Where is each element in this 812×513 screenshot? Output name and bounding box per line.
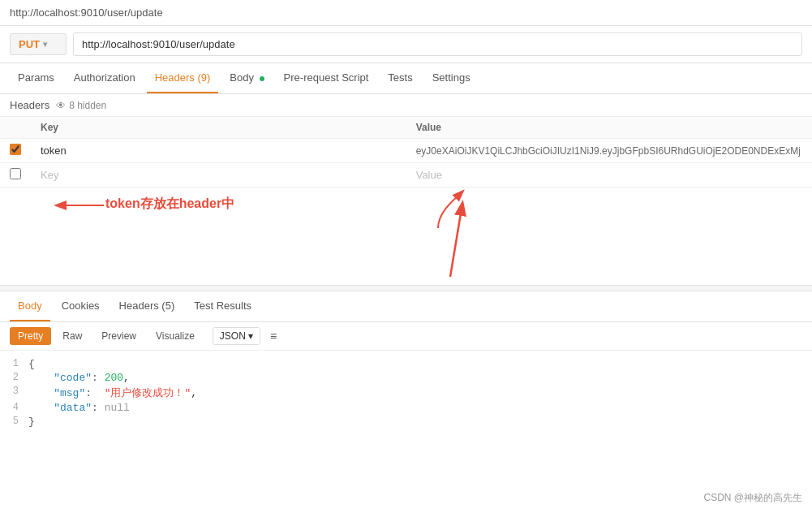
key-column-header: Key (31, 117, 406, 139)
wrap-lines-icon[interactable]: ≡ (270, 330, 277, 343)
code-line-4: 4 "data": null (0, 401, 812, 415)
row-checkbox[interactable] (10, 144, 21, 155)
format-bar: Pretty Raw Preview Visualize JSON ▾ ≡ (0, 322, 812, 351)
key-cell: token (31, 139, 406, 163)
eye-icon: 👁 (56, 100, 66, 111)
table-row-empty: Key Value (0, 163, 812, 188)
line-num-2: 2 (0, 372, 28, 383)
tab-tests[interactable]: Tests (380, 63, 420, 93)
line-num-5: 5 (0, 416, 28, 427)
line-num-3: 3 (0, 386, 28, 397)
tab-settings[interactable]: Settings (424, 63, 479, 93)
method-select[interactable]: PUT ▾ (10, 33, 67, 55)
visualize-button[interactable]: Visualize (148, 327, 203, 345)
empty-key-cell[interactable]: Key (31, 163, 406, 188)
value-cell: eyJ0eXAiOiJKV1QiLCJhbGciOiJIUzI1NiJ9.eyJ… (406, 139, 812, 163)
tab-pre-request[interactable]: Pre-request Script (276, 63, 377, 93)
annotation-area: token存放在header中 (0, 188, 812, 285)
tab-params[interactable]: Params (10, 63, 62, 93)
value-column-header: Value (406, 117, 812, 139)
tab-headers[interactable]: Headers (9) (147, 63, 219, 93)
response-tabs: Body Cookies Headers (5) Test Results (0, 291, 812, 322)
headers-section: Headers 👁 8 hidden Key Value token (0, 94, 812, 285)
line-num-4: 4 (0, 402, 28, 413)
top-url-bar: http://localhost:9010/user/update (0, 0, 812, 26)
value-placeholder: Value (416, 169, 442, 181)
response-tab-cookies[interactable]: Cookies (54, 291, 108, 321)
request-tabs: Params Authorization Headers (9) Body Pr… (0, 63, 812, 94)
body-dot (260, 76, 264, 81)
token-key-value: token (41, 144, 67, 157)
checkbox-header (0, 117, 31, 139)
line-content-4: "data": null (28, 402, 130, 414)
request-line: PUT ▾ (0, 26, 812, 63)
section-divider (0, 285, 812, 291)
code-line-2: 2 "code": 200, (0, 371, 812, 385)
raw-button[interactable]: Raw (54, 327, 90, 345)
method-label: PUT (19, 38, 40, 50)
json-label: JSON (220, 330, 246, 342)
row-checkbox-cell (0, 139, 31, 163)
line-content-2: "code": 200, (28, 372, 130, 384)
tab-body[interactable]: Body (221, 63, 272, 93)
line-content-3: "msg": "用户修改成功！", (28, 386, 197, 400)
empty-row-checkbox[interactable] (10, 168, 21, 179)
empty-value-cell[interactable]: Value (406, 163, 812, 188)
hidden-badge: 👁 8 hidden (56, 100, 106, 111)
response-tab-body[interactable]: Body (10, 291, 50, 321)
token-value-text: eyJ0eXAiOiJKV1QiLCJhbGciOiJIUzI1NiJ9.eyJ… (416, 145, 801, 157)
hidden-count: 8 hidden (69, 100, 106, 111)
code-area: 1 { 2 "code": 200, 3 "msg": "用户修改成功！", 4… (0, 351, 812, 435)
url-input[interactable] (73, 32, 802, 56)
response-tab-headers[interactable]: Headers (5) (111, 291, 183, 321)
top-url-text: http://localhost:9010/user/update (10, 6, 163, 19)
svg-line-2 (450, 204, 462, 277)
code-line-3: 3 "msg": "用户修改成功！", (0, 385, 812, 401)
preview-button[interactable]: Preview (93, 327, 144, 345)
line-content-1: { (28, 358, 35, 370)
table-row: token eyJ0eXAiOiJKV1QiLCJhbGciOiJIUzI1Ni… (0, 139, 812, 163)
headers-sub-bar: Headers 👁 8 hidden (0, 94, 812, 117)
pretty-button[interactable]: Pretty (10, 327, 51, 345)
empty-checkbox-cell (0, 163, 31, 188)
headers-table: Key Value token eyJ0eXAiOiJKV1QiLCJhbGci… (0, 117, 812, 188)
code-line-5: 5 } (0, 415, 812, 429)
annotation-arrows (0, 188, 812, 285)
json-chevron-icon: ▾ (248, 330, 253, 342)
chevron-down-icon: ▾ (43, 40, 47, 49)
headers-label: Headers (10, 99, 49, 111)
code-line-1: 1 { (0, 357, 812, 371)
key-placeholder: Key (41, 169, 58, 181)
response-tab-test-results[interactable]: Test Results (186, 291, 260, 321)
tab-authorization[interactable]: Authorization (66, 63, 144, 93)
json-format-select[interactable]: JSON ▾ (213, 327, 260, 345)
line-content-5: } (28, 416, 35, 428)
line-num-1: 1 (0, 358, 28, 369)
